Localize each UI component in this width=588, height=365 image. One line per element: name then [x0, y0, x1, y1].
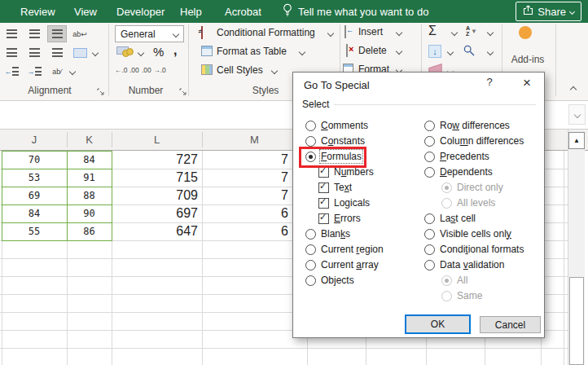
tab-developer[interactable]: Developer — [116, 0, 165, 23]
gridline-h — [0, 348, 568, 349]
cell[interactable]: 84 — [2, 205, 67, 222]
percent-style-button[interactable]: % — [153, 45, 164, 59]
radio-dependents[interactable] — [424, 167, 435, 178]
lightbulb-icon — [283, 3, 292, 20]
number-format-combo[interactable]: General — [115, 25, 184, 42]
radio-current-region[interactable] — [305, 244, 316, 255]
cell[interactable]: 53 — [2, 169, 67, 186]
align-top-button[interactable] — [2, 25, 21, 42]
cell[interactable]: 91 — [67, 169, 112, 186]
conditional-formatting-button[interactable]: Conditional Formatting — [217, 27, 315, 38]
cell[interactable]: 647 — [112, 223, 198, 240]
accounting-chevron-icon[interactable] — [138, 50, 144, 56]
cell[interactable]: 84 — [67, 152, 112, 168]
radio-comments[interactable] — [305, 121, 316, 131]
insert-cells-icon — [344, 25, 346, 38]
delete-chevron-icon[interactable] — [396, 48, 402, 55]
radio-row-differences[interactable] — [424, 121, 435, 131]
orientation-button[interactable]: ab↩ — [70, 25, 90, 42]
cancel-button[interactable]: Cancel — [480, 316, 541, 333]
cell[interactable]: 6 — [281, 223, 292, 240]
find-select-button[interactable] — [463, 45, 475, 59]
collapse-ribbon-icon[interactable] — [570, 86, 577, 93]
tell-me-box[interactable]: Tell me what you want to do — [283, 0, 428, 23]
cell[interactable]: 88 — [67, 187, 112, 204]
cell[interactable]: 6 — [281, 205, 292, 222]
checkbox-errors[interactable]: ✓ — [318, 213, 329, 224]
align-middle-button[interactable] — [24, 25, 44, 42]
radio-data-validation[interactable] — [424, 260, 435, 270]
increase-decimal-button[interactable]: ←.0 .00 — [115, 66, 139, 74]
formula-bar-expand-button[interactable] — [568, 104, 586, 125]
tab-review[interactable]: Review — [20, 0, 55, 23]
option-label: Current array — [321, 259, 379, 270]
cell[interactable]: 709 — [112, 187, 198, 204]
group-divider — [188, 24, 189, 96]
increase-indent-button[interactable]: → — [24, 63, 44, 80]
cell[interactable]: 70 — [2, 152, 67, 168]
column-header-M[interactable]: M — [202, 130, 307, 150]
fill-chevron-icon[interactable] — [447, 49, 454, 55]
radio-blanks[interactable] — [305, 229, 316, 240]
radio-objects[interactable] — [305, 275, 316, 286]
cell[interactable]: 7 — [281, 152, 292, 168]
share-button[interactable]: Share — [516, 2, 581, 21]
cell[interactable]: 55 — [2, 223, 67, 240]
sort-filter-button[interactable]: AZ▼ — [466, 25, 477, 37]
format-as-table-button[interactable]: Format as Table — [217, 46, 287, 57]
ok-button[interactable]: OK — [405, 314, 471, 334]
decrease-decimal-button[interactable]: .00 →.0 — [142, 66, 166, 74]
align-bottom-button[interactable] — [47, 25, 67, 42]
number-dialog-launcher[interactable] — [179, 86, 186, 98]
cell[interactable]: 727 — [112, 152, 198, 168]
sort-filter-chevron-icon[interactable] — [487, 29, 494, 36]
scroll-up-button[interactable]: ▲ — [568, 132, 585, 149]
align-left-button[interactable] — [2, 44, 21, 61]
column-header-L[interactable]: L — [112, 130, 202, 150]
tab-view[interactable]: View — [74, 0, 97, 23]
comma-style-button[interactable]: , — [173, 43, 177, 58]
alignment-dialog-launcher[interactable] — [97, 86, 104, 98]
checkbox-logicals[interactable]: ✓ — [318, 198, 329, 209]
tab-acrobat[interactable]: Acrobat — [225, 0, 261, 23]
delete-button[interactable]: Delete — [358, 45, 387, 56]
column-header-K[interactable]: K — [67, 130, 112, 150]
addin-dot-icon[interactable] — [519, 26, 532, 39]
radio-conditional-formats[interactable] — [424, 244, 435, 255]
merge-center-button[interactable] — [70, 44, 90, 61]
cell[interactable]: 697 — [112, 205, 198, 222]
expand-chevron-icon — [573, 111, 580, 117]
cell[interactable]: 69 — [2, 187, 67, 204]
decrease-indent-button[interactable]: ← — [2, 63, 21, 80]
tab-help[interactable]: Help — [180, 0, 202, 23]
radio-last-cell[interactable] — [424, 213, 435, 224]
accounting-format-icon[interactable] — [116, 46, 133, 57]
align-right-button[interactable] — [47, 44, 67, 61]
radio-visible-cells-only[interactable] — [424, 229, 435, 240]
fill-down-button[interactable]: ↓ — [428, 45, 441, 58]
cell[interactable]: 7 — [281, 169, 292, 186]
checkbox-text[interactable]: ✓ — [318, 182, 329, 193]
cell[interactable]: 86 — [67, 223, 112, 240]
combo-chevron-icon — [173, 30, 179, 37]
insert-chevron-icon[interactable] — [396, 29, 402, 36]
radio-current-array[interactable] — [305, 260, 316, 270]
autosum-chevron-icon[interactable] — [451, 29, 458, 36]
format-painter-chevron-icon[interactable] — [69, 68, 76, 75]
autosum-button[interactable]: Σ — [428, 24, 437, 38]
insert-button[interactable]: Insert — [358, 26, 383, 37]
align-center-button[interactable] — [24, 44, 44, 61]
cell[interactable]: 715 — [112, 169, 198, 186]
cell[interactable]: 7 — [281, 187, 292, 204]
merge-center-chevron-icon[interactable] — [92, 50, 99, 56]
cell[interactable]: 90 — [67, 205, 112, 222]
radio-precedents[interactable] — [424, 152, 435, 162]
format-painter-button[interactable]: ab∕ — [47, 63, 67, 80]
find-chevron-icon[interactable] — [487, 49, 494, 55]
scrollbar-thumb[interactable] — [569, 277, 584, 365]
radio-constants[interactable] — [305, 136, 316, 147]
column-header-J[interactable]: J — [2, 130, 67, 150]
radio-column-differences[interactable] — [424, 136, 435, 147]
checkbox-numbers[interactable]: ✓ — [318, 167, 329, 178]
cell-styles-button[interactable]: Cell Styles — [217, 64, 263, 76]
